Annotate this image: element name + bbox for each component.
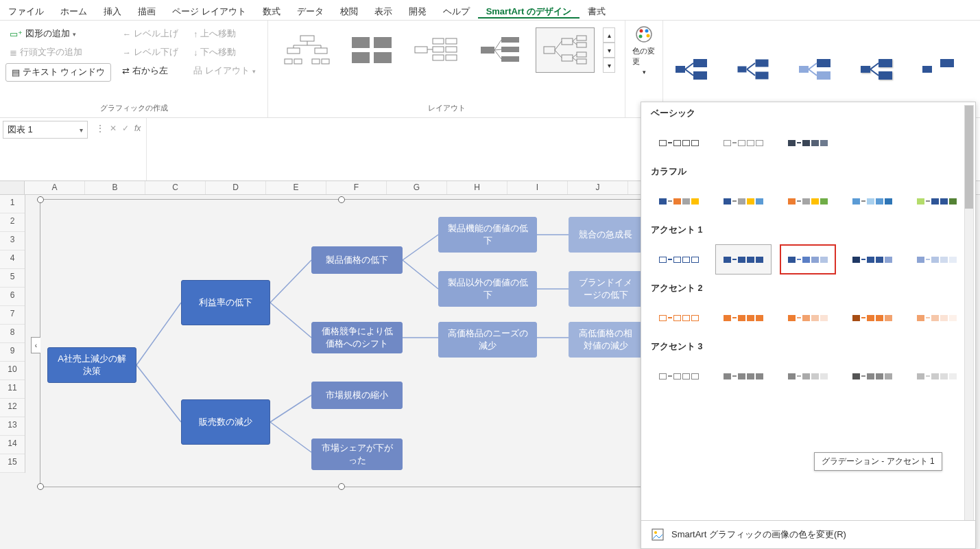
swatch-accent1-2[interactable] <box>715 244 772 274</box>
smartart-n1a1[interactable]: 製品機能の価値の低下 <box>438 217 537 253</box>
layout-option-5-selected[interactable] <box>536 27 595 73</box>
dropdown-footer[interactable]: SmartArt グラフィックの画像の色を変更(R) <box>641 520 975 548</box>
swatch-basic-2[interactable] <box>715 128 772 158</box>
col-A[interactable]: A <box>25 181 85 194</box>
layout-option-4[interactable] <box>471 27 530 73</box>
text-pane-button[interactable]: ▤ テキスト ウィンドウ <box>5 63 111 82</box>
row-9[interactable]: 9 <box>0 343 25 362</box>
menu-smartart-design[interactable]: SmartArt のデザイン <box>478 1 579 19</box>
layout-scroll-up[interactable]: ▴ <box>603 27 615 43</box>
col-E[interactable]: E <box>266 181 326 194</box>
layout-option-3[interactable] <box>407 27 466 73</box>
col-B[interactable]: B <box>85 181 145 194</box>
menu-data[interactable]: データ <box>289 1 332 19</box>
layout-option-1[interactable] <box>278 27 337 73</box>
menu-insert[interactable]: 挿入 <box>95 1 130 19</box>
swatch-colorful-1[interactable] <box>651 186 707 216</box>
col-G[interactable]: G <box>387 181 447 194</box>
swatch-colorful-5[interactable] <box>909 186 965 216</box>
swatch-accent2-3[interactable] <box>780 303 836 333</box>
dropdown-scrollbar[interactable] <box>964 105 974 521</box>
row-7[interactable]: 7 <box>0 306 25 325</box>
col-I[interactable]: I <box>507 181 568 194</box>
swatch-accent1-1[interactable] <box>651 244 707 274</box>
menu-draw[interactable]: 描画 <box>130 1 164 19</box>
resize-handle-s[interactable] <box>338 483 345 490</box>
swatch-basic-1[interactable] <box>651 128 707 158</box>
smartart-n1b1[interactable]: 高価格品のニーズの減少 <box>438 322 537 358</box>
menu-pagelayout[interactable]: ページ レイアウト <box>164 1 254 19</box>
smartart-n2[interactable]: 販売数の減少 <box>181 399 270 445</box>
menu-file[interactable]: ファイル <box>0 1 52 19</box>
col-C[interactable]: C <box>145 181 206 194</box>
chevron-down-icon[interactable]: ▾ <box>80 126 83 134</box>
swatch-accent1-5[interactable] <box>909 244 965 274</box>
cancel-icon[interactable]: ✕ <box>110 124 117 133</box>
smartart-n1a[interactable]: 製品価格の低下 <box>311 246 403 274</box>
layout-scroll-down[interactable]: ▾ <box>603 43 615 58</box>
swatch-accent2-2[interactable] <box>715 303 772 333</box>
style-option-3[interactable] <box>796 55 847 84</box>
name-box[interactable]: 図表 1 ▾ <box>3 121 88 139</box>
row-12[interactable]: 12 <box>0 399 25 417</box>
swatch-colorful-4[interactable] <box>844 186 900 216</box>
menu-format[interactable]: 書式 <box>579 1 614 19</box>
menu-formulas[interactable]: 数式 <box>254 1 289 19</box>
row-15[interactable]: 15 <box>0 454 25 473</box>
swatch-accent1-3-hovered[interactable] <box>780 244 836 274</box>
smartart-n2b[interactable]: 市場シェアが下がった <box>311 439 403 470</box>
smartart-n1a1r[interactable]: 競合の急成長 <box>569 217 643 253</box>
menu-view[interactable]: 表示 <box>366 1 401 19</box>
swatch-accent2-5[interactable] <box>909 303 965 333</box>
row-5[interactable]: 5 <box>0 269 25 288</box>
scrollbar-thumb[interactable] <box>965 106 973 209</box>
resize-handle-sw[interactable] <box>37 483 44 490</box>
row-8[interactable]: 8 <box>0 325 25 343</box>
smartart-n1a2r[interactable]: ブランドイメージの低下 <box>569 271 643 307</box>
col-J[interactable]: J <box>568 181 628 194</box>
style-option-5[interactable] <box>920 55 970 84</box>
swatch-accent3-2[interactable] <box>715 361 772 391</box>
row-14[interactable]: 14 <box>0 436 25 454</box>
row-13[interactable]: 13 <box>0 417 25 436</box>
col-D[interactable]: D <box>206 181 266 194</box>
confirm-icon[interactable]: ✓ <box>122 124 129 133</box>
add-shape-button[interactable]: ▭⁺ 図形の追加 ▾ <box>5 26 111 42</box>
menu-help[interactable]: ヘルプ <box>435 1 478 19</box>
layout-scroll-more[interactable]: ▾ <box>603 58 615 73</box>
row-11[interactable]: 11 <box>0 380 25 399</box>
col-H[interactable]: H <box>447 181 507 194</box>
style-option-4[interactable] <box>858 55 909 84</box>
row-2[interactable]: 2 <box>0 213 25 232</box>
row-1[interactable]: 1 <box>0 195 25 213</box>
smartart-n1b1r[interactable]: 高低価格の相対値の減少 <box>569 322 643 358</box>
smartart-frame[interactable]: ‹ A社売上減少の解決策 利益率の低下 販売数の減少 製品価格の低下 価格競争に… <box>40 199 643 487</box>
swatch-accent3-5[interactable] <box>909 361 965 391</box>
swatch-basic-3[interactable] <box>780 128 836 158</box>
row-6[interactable]: 6 <box>0 288 25 306</box>
col-F[interactable]: F <box>326 181 387 194</box>
row-10[interactable]: 10 <box>0 362 25 380</box>
swatch-colorful-3[interactable] <box>780 186 836 216</box>
swatch-accent2-1[interactable] <box>651 303 707 333</box>
smartart-n1[interactable]: 利益率の低下 <box>181 280 270 325</box>
swatch-accent3-4[interactable] <box>844 361 900 391</box>
menu-home[interactable]: ホーム <box>52 1 95 19</box>
row-4[interactable]: 4 <box>0 250 25 269</box>
style-option-2[interactable] <box>734 55 785 84</box>
swatch-accent2-4[interactable] <box>844 303 900 333</box>
swatch-colorful-2[interactable] <box>715 186 772 216</box>
smartart-n1a2[interactable]: 製品以外の価値の低下 <box>438 271 537 307</box>
fx-icon[interactable]: fx <box>134 124 141 133</box>
menu-review[interactable]: 校閲 <box>332 1 366 19</box>
resize-handle-nw[interactable] <box>37 196 44 203</box>
select-all-corner[interactable] <box>0 181 25 194</box>
smartart-root[interactable]: A社売上減少の解決策 <box>47 347 136 383</box>
row-3[interactable]: 3 <box>0 232 25 250</box>
smartart-n2a[interactable]: 市場規模の縮小 <box>311 382 403 409</box>
resize-handle-n[interactable] <box>338 196 345 203</box>
swatch-accent3-3[interactable] <box>780 361 836 391</box>
text-pane-toggle[interactable]: ‹ <box>31 337 40 353</box>
smartart-n1b[interactable]: 価格競争により低価格へのシフト <box>311 322 403 353</box>
layout-option-2[interactable] <box>342 27 401 73</box>
